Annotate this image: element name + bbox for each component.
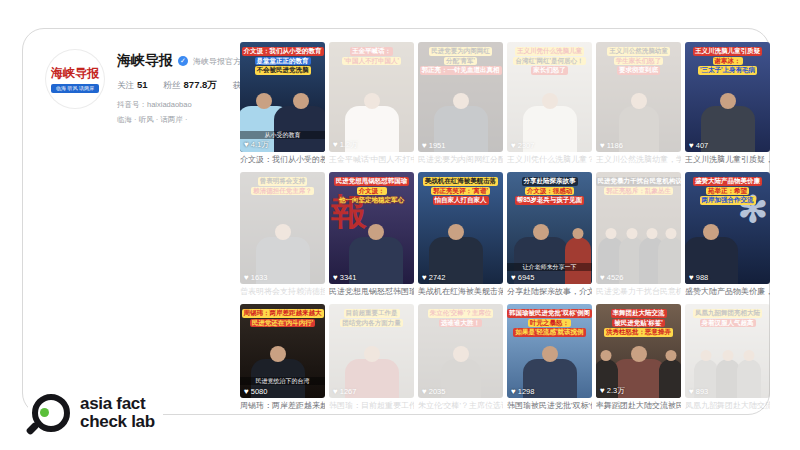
video-thumbnail[interactable]: 韩国瑜被民进党批'双标'倒阁叶元之暴怒：如果是'轻流感'就该搅倒♥1298: [507, 304, 592, 398]
thumb-overlay-text: 目前超重要工作是: [344, 309, 400, 318]
thumb-overlay: 朱立伦'交棒'？主席位选谁谁大胜！: [419, 309, 502, 327]
thumb-overlay-text: 王义川公然洗脑幼童: [607, 47, 670, 56]
video-subtitle: 让介老师来分享一下: [507, 263, 592, 271]
video-thumbnail[interactable]: 周锡玮：两岸差距越来越大民进党还在'内斗内行'民进党统治下的台湾♥5080: [240, 304, 325, 398]
like-count: ♥4.1万: [244, 140, 269, 150]
video-subtitle: 民进党统治下的台湾: [240, 377, 325, 385]
video-card[interactable]: 目前超重要工作是团结党内各方面力量♥1267韩国瑜：目前超重要工作是团结党内..…: [329, 304, 414, 411]
thumb-overlay: 王金平喊话：'中国人不打中国人': [330, 47, 413, 65]
person-silhouette: [701, 106, 755, 152]
video-thumbnail[interactable]: ✻盛赞大陆产品物美价廉苑举正：希望两岸加强合作交流♥988: [685, 172, 770, 284]
video-thumbnail[interactable]: 凤凰九韶舞团亮相大陆身着汉服人气超高♥893: [685, 304, 770, 398]
thumb-overlay-text: 要求彻查到底: [617, 66, 660, 75]
video-card[interactable]: 韩国瑜被民进党批'双标'倒阁叶元之暴怒：如果是'轻流感'就该搅倒♥1298韩国瑜…: [507, 304, 592, 411]
thumb-overlay-text: 盛赞大陆产品物美价廉: [693, 177, 762, 186]
like-count-value: 1.2万: [340, 140, 358, 150]
video-card[interactable]: 王义川凭什么洗脑儿童台湾红'网红'是何居心！家长们怒了♥2307王义川凭什么洗脑…: [507, 42, 592, 165]
video-caption: 韩国瑜：目前超重要工作是团结党内...: [329, 401, 414, 411]
thumb-overlay-text: 率舞团赴大陆交流: [611, 309, 667, 318]
video-caption: 民进党要为内阁网红分配'青军'？郭正亮...: [418, 155, 503, 165]
video-card[interactable]: 報民进党想甩锅怒怼韩国瑜介文汲：他一向坚定地稳定军心♥3341民进党想甩锅怒怼韩…: [329, 172, 414, 297]
thumb-overlay: 曾表明将会支持赖清德担任党主席？: [241, 177, 324, 195]
stat-followers[interactable]: 粉丝877.8万: [164, 79, 217, 92]
thumb-overlay: 王义川凭什么洗脑儿童台湾红'网红'是何居心！家长们怒了: [508, 47, 591, 75]
thumb-overlay-text: 郭正亮：一针见血道出真相: [420, 66, 502, 75]
video-card[interactable]: 朱立伦'交棒'？主席位选谁谁大胜！♥2035朱立伦'交棒'？主席位选谁谁大胜..…: [418, 304, 503, 411]
thumb-overlay-text: 民进党想甩锅怒怼韩国瑜: [334, 177, 410, 186]
heart-icon: ♥: [511, 274, 516, 282]
like-count-value: 2742: [429, 273, 446, 282]
video-card[interactable]: 王义川洗脑儿童引质疑谢寒冰：'三太子'上身有毛病♥407王义川洗脑儿童引质疑，谢…: [685, 42, 770, 165]
thumb-overlay: 周锡玮：两岸差距越来越大民进党还在'内斗内行': [241, 309, 324, 327]
video-card[interactable]: 王义川公然洗脑幼童学生家长们怒了要求彻查到底♥1186王义川公然洗脑幼童，学生家…: [596, 42, 681, 165]
video-card[interactable]: 介文汲：我们从小受的教育是堂堂正正的教育不会被民进党洗脑从小受的教育♥4.1万介…: [240, 42, 325, 165]
video-thumbnail[interactable]: 目前超重要工作是团结党内各方面力量♥1267: [329, 304, 414, 398]
thumb-overlay-text: 朱立伦'交棒'？主席位: [428, 309, 494, 318]
video-caption: 美战机在红海被美舰击落，郭正亮笑...: [418, 287, 503, 297]
video-card[interactable]: 率舞团赴大陆交流被民进党贴'标签'洪秀柱怒批：恶意操弄♥2.3万率舞蹈团赴大陆交…: [596, 304, 681, 411]
heart-icon: ♥: [244, 388, 249, 396]
video-caption: 介文汲：我们从小受的教育是正统中华文...: [240, 155, 325, 165]
thumb-overlay: 介文汲：我们从小受的教育是堂堂正正的教育不会被民进党洗脑: [241, 47, 324, 75]
person-silhouette: [274, 106, 325, 152]
like-count: ♥5080: [244, 387, 267, 396]
video-thumbnail[interactable]: 民进党暴力干扰台民意机构议事郭正亮怒斥：乱象丛生♥4526: [596, 172, 681, 284]
video-caption: 凤凰九韶舞团赴大陆交流引关注...: [685, 401, 770, 411]
video-card[interactable]: 民进党暴力干扰台民意机构议事郭正亮怒斥：乱象丛生♥4526民进党暴力干扰台民意机…: [596, 172, 681, 297]
video-card[interactable]: 周锡玮：两岸差距越来越大民进党还在'内斗内行'民进党统治下的台湾♥5080周锡玮…: [240, 304, 325, 411]
heart-icon: ♥: [600, 274, 605, 282]
video-card[interactable]: 凤凰九韶舞团亮相大陆身着汉服人气超高♥893凤凰九韶舞团赴大陆交流引关注...: [685, 304, 770, 411]
video-caption: 率舞蹈团赴大陆交流被民进党贴'标...: [596, 401, 681, 411]
video-card[interactable]: 民进党要为内阁网红分配'青军'郭正亮：一针见血道出真相♥1951民进党要为内阁网…: [418, 42, 503, 165]
video-thumbnail[interactable]: 王义川凭什么洗脑儿童台湾红'网红'是何居心！家长们怒了♥2307: [507, 42, 592, 152]
video-thumbnail[interactable]: 報民进党想甩锅怒怼韩国瑜介文汲：他一向坚定地稳定军心♥3341: [329, 172, 414, 284]
video-thumbnail[interactable]: 分享赴陆探亲故事介文汲：很感动帮85岁老兵与孩子见面让介老师来分享一下♥6945: [507, 172, 592, 284]
video-thumbnail[interactable]: 美战机在红海被美舰击落郭正亮笑评：'离谱'怕自家人打自家人♥2742: [418, 172, 503, 284]
video-thumbnail[interactable]: 朱立伦'交棒'？主席位选谁谁大胜！♥2035: [418, 304, 503, 398]
like-count: ♥1186: [600, 141, 623, 150]
like-count-value: 6945: [518, 273, 535, 282]
like-count-value: 3341: [340, 273, 357, 282]
thumb-overlay-text: 家长们怒了: [531, 66, 568, 75]
video-card[interactable]: 美战机在红海被美舰击落郭正亮笑评：'离谱'怕自家人打自家人♥2742美战机在红海…: [418, 172, 503, 297]
profile-avatar[interactable]: 海峡导报 临海 听风 话两岸: [46, 50, 104, 108]
video-card[interactable]: 曾表明将会支持赖清德担任党主席？♥1633曾表明将会支持赖清德担任党主席？...: [240, 172, 325, 297]
video-caption: 曾表明将会支持赖清德担任党主席？...: [240, 287, 325, 297]
like-count-value: 1298: [518, 387, 535, 396]
like-count-value: 2035: [429, 387, 446, 396]
like-count-value: 1633: [251, 273, 268, 282]
video-caption: 朱立伦'交棒'？主席位选谁谁大胜...: [418, 401, 503, 411]
thumb-overlay-text: 介文汲：: [357, 187, 387, 196]
heart-icon: ♥: [333, 274, 338, 282]
like-count: ♥3341: [333, 273, 356, 282]
video-thumbnail[interactable]: 王金平喊话：'中国人不打中国人'♥1.2万: [329, 42, 414, 152]
video-row: 周锡玮：两岸差距越来越大民进党还在'内斗内行'民进党统治下的台湾♥5080周锡玮…: [240, 304, 770, 411]
video-thumbnail[interactable]: 王义川洗脑儿童引质疑谢寒冰：'三太子'上身有毛病♥407: [685, 42, 770, 152]
thumb-overlay-text: 是堂堂正正的教育: [255, 57, 311, 66]
thumb-overlay: 分享赴陆探亲故事介文汲：很感动帮85岁老兵与孩子见面: [508, 177, 591, 205]
video-thumbnail[interactable]: 率舞团赴大陆交流被民进党贴'标签'洪秀柱怒批：恶意操弄♥2.3万: [596, 304, 681, 398]
afcl-logo: asia fact check lab: [28, 390, 163, 436]
stat-following[interactable]: 关注51: [117, 79, 148, 92]
like-count: ♥1.2万: [333, 140, 358, 150]
thumb-overlay-text: 学生家长们怒了: [614, 57, 664, 66]
video-card[interactable]: 王金平喊话：'中国人不打中国人'♥1.2万王金平喊话'中国人不打中国人'，呼吁两…: [329, 42, 414, 165]
thumb-overlay: 民进党暴力干扰台民意机构议事郭正亮怒斥：乱象丛生: [597, 177, 680, 195]
video-card[interactable]: ✻盛赞大陆产品物美价廉苑举正：希望两岸加强合作交流♥988盛赞大陆产品物美价廉，…: [685, 172, 770, 297]
video-thumbnail[interactable]: 王义川公然洗脑幼童学生家长们怒了要求彻查到底♥1186: [596, 42, 681, 152]
video-card[interactable]: 分享赴陆探亲故事介文汲：很感动帮85岁老兵与孩子见面让介老师来分享一下♥6945…: [507, 172, 592, 297]
magnifier-icon: [32, 394, 70, 432]
like-count-value: 2307: [518, 141, 535, 150]
like-count-value: 2.3万: [607, 386, 625, 396]
video-thumbnail[interactable]: 民进党要为内阁网红分配'青军'郭正亮：一针见血道出真相♥1951: [418, 42, 503, 152]
like-count: ♥1951: [422, 141, 445, 150]
video-caption: 盛赞大陆产品物美价廉，苑举正：希...: [685, 287, 770, 297]
video-row: 介文汲：我们从小受的教育是堂堂正正的教育不会被民进党洗脑从小受的教育♥4.1万介…: [240, 42, 770, 165]
thumb-overlay-text: 被民进党贴'标签': [612, 319, 665, 328]
heart-icon: ♥: [422, 142, 427, 150]
like-count-value: 988: [696, 273, 709, 282]
like-count: ♥1633: [244, 273, 267, 282]
video-thumbnail[interactable]: 曾表明将会支持赖清德担任党主席？♥1633: [240, 172, 325, 284]
video-thumbnail[interactable]: 介文汲：我们从小受的教育是堂堂正正的教育不会被民进党洗脑从小受的教育♥4.1万: [240, 42, 325, 152]
thumb-overlay-text: 团结党内各方面力量: [340, 319, 403, 328]
